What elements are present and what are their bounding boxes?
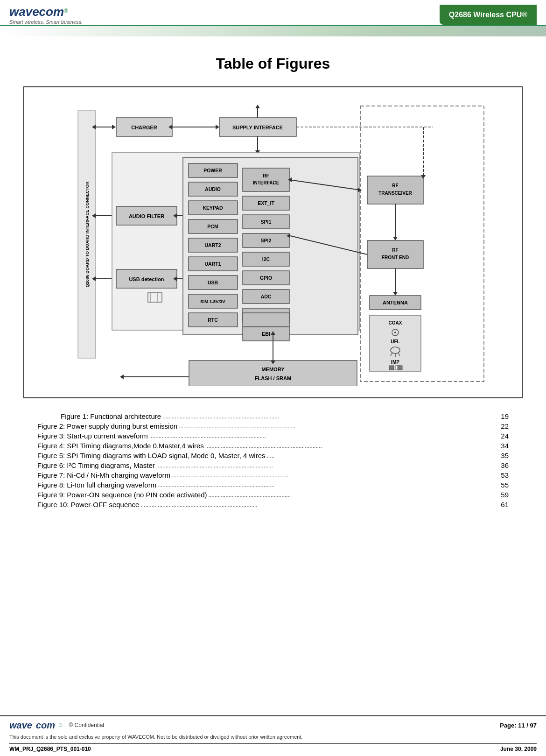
figure-5-label: Figure 5: SPI Timing diagrams with LOAD …: [37, 452, 266, 459]
svg-text:RF: RF: [263, 173, 269, 178]
svg-text:GPIO: GPIO: [260, 275, 272, 281]
figure-2-row: Figure 2: Power supply during burst emis…: [37, 422, 509, 430]
footer-date: June 30, 2009: [500, 746, 537, 752]
svg-text:AUDIO: AUDIO: [205, 186, 221, 192]
svg-text:CHARGER: CHARGER: [131, 125, 157, 130]
svg-text:SPI1: SPI1: [261, 219, 272, 225]
figure-2-page: 22: [501, 422, 509, 430]
svg-text:RTC: RTC: [208, 317, 218, 323]
svg-rect-139: [398, 366, 402, 370]
figure-4-dots: ........................................…: [205, 443, 500, 449]
figure-3-row: Figure 3: Start-up current waveform ....…: [37, 432, 509, 440]
svg-text:ANTENNA: ANTENNA: [383, 300, 408, 305]
svg-text:RF: RF: [392, 247, 398, 253]
figure-1-label: Figure 1: Functional architecture: [37, 412, 161, 420]
figure-2-label: Figure 2: Power supply during burst emis…: [37, 422, 177, 430]
figure-10-dots: ........................................…: [140, 502, 499, 508]
figure-7-dots: ........................................…: [172, 472, 499, 479]
svg-rect-118: [367, 240, 423, 268]
svg-text:FLASH / SRAM: FLASH / SRAM: [255, 375, 291, 381]
figure-7-page: 53: [501, 471, 509, 479]
svg-text:SUPPLY INTERFACE: SUPPLY INTERFACE: [232, 125, 283, 130]
logo-area: wavecom® Smart wireless. Smart business.: [9, 5, 83, 25]
figure-9-row: Figure 9: Power-ON sequence (no PIN code…: [37, 491, 509, 499]
svg-rect-144: [189, 360, 357, 386]
footer-logo-area: wavecom® © Confidential: [9, 720, 104, 731]
svg-marker-124: [393, 292, 398, 296]
figure-10-label: Figure 10: Power-OFF sequence: [37, 501, 139, 509]
figure-1-row: Figure 1: Functional architecture ......…: [37, 412, 509, 420]
figure-5-row: Figure 5: SPI Timing diagrams with LOAD …: [37, 452, 509, 459]
figure-10-row: Figure 10: Power-OFF sequence ..........…: [37, 501, 509, 509]
figure-2-dots: ........................................…: [179, 423, 499, 430]
figure-10-page: 61: [501, 501, 509, 509]
svg-text:INTERFACE: INTERFACE: [253, 180, 280, 185]
svg-text:MEMORY: MEMORY: [261, 367, 285, 372]
svg-marker-3: [112, 125, 116, 129]
svg-text:UART2: UART2: [204, 242, 221, 248]
figure-4-page: 34: [501, 442, 509, 450]
svg-rect-107: [243, 313, 289, 327]
figure-8-dots: ........................................…: [158, 482, 499, 488]
svg-rect-137: [389, 366, 394, 370]
header-decoration: [0, 26, 546, 36]
page-header: wavecom® Smart wireless. Smart business.…: [0, 0, 546, 26]
logo-tagline: Smart wireless. Smart business.: [9, 19, 83, 25]
svg-marker-151: [120, 374, 124, 379]
figure-6-label: Figure 6: I²C Timing diagrams, Master: [37, 461, 155, 469]
svg-rect-90: [243, 168, 289, 191]
architecture-diagram: Q2686 BOARD TO BOARD INTERFACE CONNECTOR…: [23, 86, 523, 398]
svg-text:ADC: ADC: [261, 294, 272, 299]
svg-text:KEYPAD: KEYPAD: [203, 205, 223, 211]
footer-page: Page: 11 / 97: [500, 722, 537, 729]
svg-text:USB detection: USB detection: [129, 276, 164, 282]
footer-bottom: WM_PRJ_Q2686_PTS_001-010 June 30, 2009: [9, 743, 537, 752]
svg-text:POWER: POWER: [203, 168, 222, 173]
figure-8-page: 55: [501, 481, 509, 489]
svg-text:EBI: EBI: [262, 331, 270, 337]
figure-1-dots: ........................................…: [162, 413, 499, 420]
svg-text:Q2686  BOARD  TO  BOARD  INTER: Q2686 BOARD TO BOARD INTERFACE CONNECTOR: [85, 181, 90, 287]
figure-9-page: 59: [501, 491, 509, 499]
svg-point-130: [394, 332, 396, 333]
svg-text:RF: RF: [392, 183, 398, 188]
svg-marker-117: [393, 237, 398, 240]
footer-confidential: © Confidential: [69, 722, 104, 728]
svg-text:TRANSCEIVER: TRANSCEIVER: [378, 191, 412, 196]
figure-8-row: Figure 8: Li-Ion full charging waveform …: [37, 481, 509, 489]
figure-7-label: Figure 7: Ni-Cd / Ni-Mh charging wavefor…: [37, 471, 170, 479]
figure-1-page: 19: [501, 412, 509, 420]
figure-list: Figure 1: Functional architecture ......…: [37, 412, 509, 509]
svg-marker-15: [216, 125, 219, 129]
figure-5-page: 35: [501, 452, 509, 459]
page-footer: wavecom® © Confidential Page: 11 / 97 Th…: [0, 715, 546, 756]
svg-text:UART1: UART1: [204, 261, 221, 267]
page-title: Table of Figures: [0, 55, 546, 72]
figure-3-dots: ........................................…: [149, 433, 500, 439]
figure-6-page: 36: [501, 461, 509, 469]
svg-marker-111: [358, 188, 362, 192]
svg-text:EXT_IT: EXT_IT: [258, 200, 274, 206]
footer-disclaimer: This document is the sole and exclusive …: [9, 734, 537, 741]
svg-text:I2C: I2C: [262, 256, 270, 262]
figure-6-row: Figure 6: I²C Timing diagrams, Master ..…: [37, 461, 509, 469]
figure-9-label: Figure 9: Power-ON sequence (no PIN code…: [37, 491, 207, 499]
figure-3-label: Figure 3: Start-up current waveform: [37, 432, 148, 440]
figure-4-label: Figure 4: SPI Timing diagrams,Mode 0,Mas…: [37, 442, 204, 450]
svg-text:IMP: IMP: [391, 360, 399, 365]
figure-6-dots: ........................................…: [156, 462, 500, 469]
svg-text:UFL: UFL: [391, 339, 399, 344]
svg-text:SIM 1.8V/3V: SIM 1.8V/3V: [200, 299, 225, 304]
footer-top: wavecom® © Confidential Page: 11 / 97: [9, 720, 537, 731]
diagram-svg: Q2686 BOARD TO BOARD INTERFACE CONNECTOR…: [34, 97, 528, 386]
wavecom-logo: wavecom®: [9, 5, 83, 19]
svg-text:PCM: PCM: [207, 224, 218, 229]
svg-text:USB: USB: [208, 280, 218, 285]
svg-text:COAX: COAX: [389, 320, 402, 325]
figure-9-dots: ........................................…: [209, 492, 500, 498]
svg-text:SPI2: SPI2: [261, 238, 272, 243]
footer-doc-id: WM_PRJ_Q2686_PTS_001-010: [9, 746, 91, 752]
figure-7-row: Figure 7: Ni-Cd / Ni-Mh charging wavefor…: [37, 471, 509, 479]
svg-marker-20: [255, 105, 260, 108]
footer-logo: wave: [9, 720, 32, 731]
